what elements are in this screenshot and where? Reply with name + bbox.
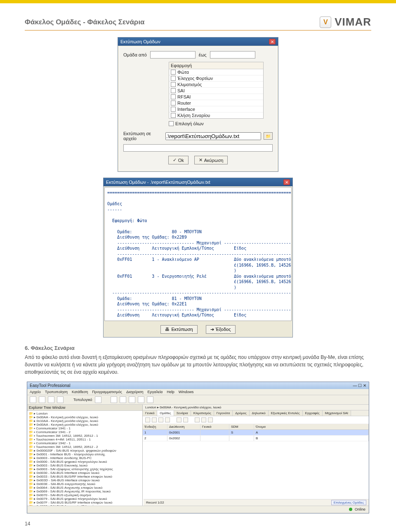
table-row[interactable]: 20x2002B (143, 436, 369, 441)
tree-item[interactable]: 📁 ▸ 0x0070 - SAI-BUS εξωτερική σειρήνα (28, 493, 141, 497)
option-checkbox[interactable] (171, 76, 176, 81)
option-row[interactable]: Router (169, 100, 263, 106)
menu-item[interactable]: Αρχείο (30, 390, 41, 394)
tool-b-icon[interactable] (120, 396, 126, 403)
option-row[interactable]: Φώτα (169, 69, 263, 75)
option-checkbox[interactable] (171, 70, 176, 75)
close-icon[interactable]: ✕ (269, 39, 276, 45)
tree-item[interactable]: 📁 ▸ 0x10AA - Κεντρική μονάδα ελέγχου, λε… (28, 419, 141, 423)
tab[interactable]: Μηχανισμοί SAI (323, 410, 351, 416)
menu-item[interactable]: Windows (179, 390, 194, 394)
tree-item[interactable]: 📁 ▸ 0x0064 - SAI-BUS Ανιχνευτής επαφών λ… (28, 486, 141, 490)
tool-e-icon[interactable] (147, 396, 153, 403)
tree-item[interactable]: 📁 ▸ 0x0003 - Interface συνδέσης BUS-PC (28, 456, 141, 460)
selected-groups-button[interactable]: Επιλεγμένες Ομάδες (331, 500, 366, 505)
option-row[interactable]: SAI (169, 88, 263, 94)
next-icon[interactable] (158, 417, 163, 422)
option-row[interactable]: Έλεγχος Φορτίων (169, 75, 263, 82)
option-checkbox[interactable] (171, 101, 176, 105)
tree-item[interactable]: 📁 ▸ 0x0079 - SAI-BUS ψηφιακό πληκτρολόγι… (28, 497, 141, 501)
tree-item[interactable]: 📁 ▪ Touchscreen 3M: 14512, 16952, 20512 … (28, 434, 141, 438)
tab[interactable]: Κλιματισμός (191, 410, 214, 416)
print-icon[interactable] (195, 417, 200, 422)
tab[interactable]: Γεγονότα (214, 410, 233, 416)
select-all-checkbox[interactable] (169, 121, 174, 126)
print-file-path-input[interactable] (165, 132, 261, 140)
table-row[interactable]: 10x2001SA (143, 430, 369, 436)
tab[interactable]: Εγγραφές (303, 410, 323, 416)
group-from-input[interactable] (150, 51, 196, 59)
tool-d-icon[interactable] (138, 396, 144, 403)
menu-item[interactable]: Εργαλεία (148, 390, 163, 394)
tree-item[interactable]: 📁 ▸ 0x0033 - SAI-BUS BUS/RF interface επ… (28, 475, 141, 478)
tab[interactable]: Δηλωτικό (250, 410, 269, 416)
new-icon[interactable] (30, 396, 36, 403)
first-icon[interactable] (145, 417, 150, 422)
tab[interactable]: Ομάδες (157, 410, 174, 416)
last-icon[interactable] (165, 417, 170, 422)
column-header[interactable]: Γενικά (200, 424, 229, 429)
window-buttons[interactable]: — ☐ ✕ (353, 383, 366, 388)
list-icon[interactable] (57, 396, 64, 403)
column-header[interactable]: SDM (229, 424, 254, 429)
tree-item[interactable]: 📁 ▪ Communicator 1941 - 1 (28, 427, 141, 430)
extra-path-input[interactable] (123, 144, 273, 152)
tree-item[interactable]: 📁 ▾ 0x00AA - Κεντρική μονάδα ελέγχου, λε… (28, 423, 141, 427)
tool-a-icon[interactable] (111, 396, 117, 403)
tree-item[interactable]: 📁 ▪ Touchscreen 3M: 14512, 16952, 20512 … (28, 445, 141, 449)
content-tabs[interactable]: ΓενικάΟμάδεςΣενάριαΚλιματισμόςΓεγονόταΔρ… (143, 410, 369, 416)
add-icon[interactable] (177, 417, 182, 422)
save-icon[interactable] (48, 396, 54, 403)
exit-button[interactable]: ➔ Έξοδος (206, 325, 236, 334)
column-header[interactable]: Όνομα (254, 424, 369, 429)
tree-item[interactable]: 📁 ▸ 0x003E - SAI-BUS ενεργοποιητής λευκό (28, 482, 141, 486)
dropdown-icon[interactable] (95, 396, 101, 403)
option-row[interactable]: Κλήση Σεναρίου (169, 112, 263, 118)
column-header[interactable]: Διεύθυνση (167, 424, 200, 429)
close-icon[interactable]: ✕ (283, 179, 290, 185)
group-to-input[interactable] (210, 51, 255, 59)
menu-item[interactable]: Κατάθεση (72, 390, 88, 394)
tree-item[interactable]: 📁 ▪ Communicator 1942 - 1 (28, 441, 141, 445)
refresh-icon[interactable] (208, 417, 213, 422)
tree-item[interactable]: 📁 ▸ 0x0003 - SAI εξόφαρος ισπανγιστής χη… (28, 467, 141, 471)
option-checkbox[interactable] (171, 113, 176, 118)
option-checkbox[interactable] (171, 88, 176, 93)
ok-button[interactable]: ✓ Ok (168, 156, 189, 164)
tree-item[interactable]: 📁 ▪ Touchscreen 4+4M: 14511, 20511 - 1 (28, 438, 141, 441)
option-row[interactable]: Interface (169, 106, 263, 112)
tool-c-icon[interactable] (129, 396, 135, 403)
tab[interactable]: Δρόμος (233, 410, 249, 416)
tree-item[interactable]: 📁 ▸ London (28, 412, 141, 415)
print-button[interactable]: 🖶 Εκτύπωση (160, 325, 197, 334)
browse-button[interactable]: 📁 (264, 132, 273, 140)
app-menubar[interactable]: ΑρχείοΤροποποίησηΚατάθεσηΠρογραμματισμός… (27, 389, 369, 395)
tree-item[interactable]: 📁 ▸ 0x000020F - SAI-BUS πληκτρολ. ψηφιακ… (28, 449, 141, 452)
menu-item[interactable]: Τροποποίηση (45, 390, 68, 394)
open-icon[interactable] (39, 396, 45, 403)
column-header[interactable]: Ένδειξη (143, 424, 167, 429)
menu-item[interactable]: Προγραμματισμός (92, 390, 122, 394)
tab[interactable]: Σενάρια (174, 410, 191, 416)
tab[interactable]: Γενικά (143, 410, 157, 416)
menu-item[interactable]: Help (167, 390, 174, 394)
option-checkbox[interactable] (171, 107, 176, 112)
groups-grid[interactable]: ΈνδειξηΔιεύθυνσηΓενικάSDMΌνομα 10x2001SA… (143, 424, 369, 441)
tree-item[interactable]: 📁 ▸ 0x007F - SAI-BUS BUS/RF interface επ… (28, 501, 141, 504)
delete-icon[interactable] (183, 417, 188, 422)
menu-item[interactable]: Διαχείριση (126, 390, 144, 394)
option-checkbox[interactable] (171, 82, 176, 87)
option-row[interactable]: Κλιματισμός (169, 82, 263, 88)
tab[interactable]: Εξωτερικές Εντολές (269, 410, 303, 416)
tree-item[interactable]: 📁 ▸ 0x0000 - SAI-BUS ψηφιακό πληκτρολόγι… (28, 460, 141, 464)
tree-item[interactable]: 📁 ▸ 0x0003 - SAI-BUS Εικονικής λευκό (28, 464, 141, 467)
tree-item[interactable]: 📁 ▸ 0x0069 - SAI-BUS Ανιχνευτής IR παρου… (28, 490, 141, 493)
prev-icon[interactable] (152, 417, 157, 422)
option-row[interactable]: RFSAI (169, 94, 263, 100)
tree-item[interactable]: 📁 ▸ 0x0001 - Interface BUS - πληκτρολόγι… (28, 452, 141, 456)
cancel-button[interactable]: ✕ Ακύρωση (194, 156, 228, 164)
option-checkbox[interactable] (171, 94, 176, 99)
tree-item[interactable]: 📁 ▸ 0x00AA - Κεντρική μονάδα ελέγχου, λε… (28, 415, 141, 419)
explorer-tree-panel[interactable]: Explorer Tree Window 📁 ▸ London📁 ▸ 0x00A… (27, 405, 143, 513)
tree-item[interactable]: 📁 ▪ Communicator 1941 - 2 (28, 430, 141, 434)
